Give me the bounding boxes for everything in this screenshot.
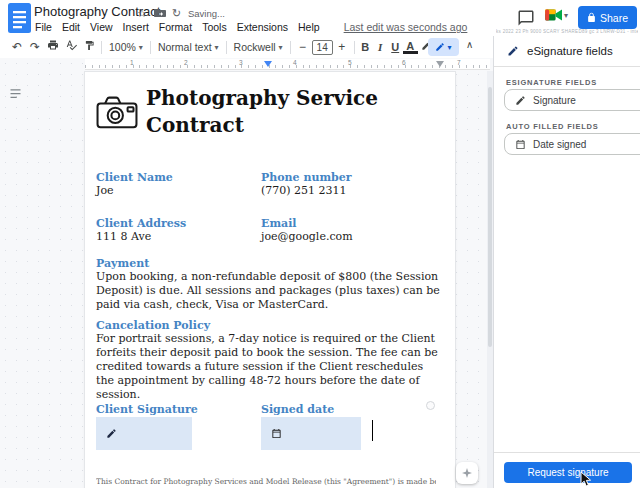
phone-value: (770) 251 2311	[261, 184, 347, 197]
document-page[interactable]: Photography Service Contract Client Name…	[85, 72, 455, 488]
client-name-label: Client Name	[96, 171, 173, 184]
top-bar: Photography Contract ☆ ↻ Saving... File …	[0, 0, 640, 36]
chevron-down-icon: ▾	[215, 43, 219, 52]
show-document-outline-icon[interactable]	[8, 86, 23, 101]
client-name-value: Joe	[96, 184, 114, 197]
open-comments-icon[interactable]	[517, 9, 535, 27]
signature-field-chip[interactable]: Signature	[504, 89, 640, 111]
pen-icon	[515, 95, 526, 106]
explore-button[interactable]	[456, 462, 478, 484]
ruler-indent-marker[interactable]	[264, 61, 272, 67]
autofill-fields-section-label: AUTO FILLED FIELDS	[506, 122, 599, 131]
email-value: joe@google.com	[261, 230, 353, 243]
undo-icon[interactable]: ↶	[8, 38, 26, 56]
date-signed-chip-label: Date signed	[533, 139, 586, 150]
ruler-mark: 6	[402, 59, 406, 66]
paragraph-style-select[interactable]: Normal text ▾	[154, 41, 223, 53]
zoom-select[interactable]: 100% ▾	[105, 41, 147, 53]
menu-help[interactable]: Help	[293, 21, 325, 33]
star-icon[interactable]: ☆	[137, 7, 147, 19]
bold-button[interactable]: B	[358, 41, 373, 53]
redo-icon[interactable]: ↷	[26, 38, 44, 56]
scrollbar-thumb[interactable]	[488, 87, 492, 347]
spellcheck-icon[interactable]	[62, 38, 80, 56]
ruler-margin-marker[interactable]	[436, 61, 444, 67]
font-family-select[interactable]: Rockwell ▾	[230, 41, 287, 53]
zoom-value: 100%	[109, 41, 136, 53]
ruler-mark: 7	[457, 59, 461, 66]
pen-icon	[106, 428, 117, 439]
italic-button[interactable]: I	[373, 41, 388, 53]
menu-file[interactable]: File	[30, 21, 57, 33]
text-color-button[interactable]: A	[403, 41, 418, 54]
request-signature-button[interactable]: Request signature	[504, 462, 632, 483]
paint-format-icon[interactable]	[80, 38, 98, 56]
document-heading: Photography Service Contract	[146, 85, 396, 139]
ruler-ticks	[85, 65, 490, 68]
hide-menus-button[interactable]: ∧	[466, 39, 473, 50]
horizontal-ruler[interactable]: 1 2 3 4 5 6 7	[85, 59, 490, 70]
pen-icon	[435, 42, 445, 52]
font-family-value: Rockwell	[234, 41, 276, 53]
sync-status-icon: ↻	[172, 7, 181, 19]
pen-icon	[507, 45, 519, 57]
comment-indicator	[426, 401, 435, 410]
esignature-panel-header: eSignature fields	[494, 36, 640, 67]
camera-illustration-icon	[95, 94, 139, 130]
last-edit-link[interactable]: Last edit was seconds ago	[339, 21, 473, 33]
date-signed-field-chip[interactable]: Date signed	[504, 133, 640, 155]
mouse-cursor	[579, 471, 593, 487]
menu-bar: File Edit View Insert Format Tools Exten…	[30, 21, 472, 33]
client-address-label: Client Address	[96, 217, 186, 230]
next-paragraph-text: This Contract for Photography Services a…	[96, 477, 436, 486]
google-docs-window: Photography Contract ☆ ↻ Saving... File …	[0, 0, 640, 488]
share-button[interactable]: Share	[578, 6, 637, 29]
signed-date-label: Signed date	[261, 403, 334, 416]
chevron-down-icon: ▾	[447, 43, 451, 52]
ruler-mark: 3	[239, 59, 243, 66]
calendar-icon	[271, 428, 282, 439]
chevron-down-icon: ▾	[564, 11, 568, 20]
menu-extensions[interactable]: Extensions	[232, 21, 293, 33]
font-size-input[interactable]: 14	[312, 40, 333, 55]
email-label: Email	[261, 217, 297, 230]
print-icon[interactable]	[44, 38, 62, 56]
text-cursor	[372, 420, 373, 441]
chevron-down-icon: ▾	[139, 43, 143, 52]
menu-tools[interactable]: Tools	[197, 21, 232, 33]
google-meet-icon	[544, 7, 564, 23]
google-docs-logo-icon[interactable]	[8, 3, 31, 33]
increase-font-size-button[interactable]: +	[333, 38, 351, 56]
lock-icon	[587, 12, 596, 23]
move-to-folder-icon[interactable]	[154, 8, 166, 18]
phone-label: Phone number	[261, 171, 352, 184]
panel-title: eSignature fields	[527, 45, 613, 57]
underline-button[interactable]: U	[388, 41, 403, 53]
cancelation-heading: Cancelation Policy	[96, 319, 210, 332]
meet-presence-button[interactable]: ▾	[544, 7, 568, 23]
paragraph-style-value: Normal text	[158, 41, 212, 53]
share-button-label: Share	[600, 12, 628, 24]
menu-edit[interactable]: Edit	[57, 21, 85, 33]
menu-format[interactable]: Format	[154, 21, 197, 33]
client-address-value: 111 8 Ave	[96, 230, 151, 243]
esignature-pen-tool-active[interactable]: ▾	[428, 38, 459, 56]
decrease-font-size-button[interactable]: −	[294, 38, 312, 56]
client-signature-label: Client Signature	[96, 403, 198, 416]
toolbar: ↶ ↷ 100% ▾ Normal text ▾ Rockwell ▾ − 14…	[0, 36, 493, 58]
calendar-icon	[515, 139, 526, 150]
explore-icon	[461, 467, 473, 479]
esignature-panel: eSignature fields ESIGNATURE FIELDS Sign…	[493, 36, 640, 488]
date-signed-field-box[interactable]	[261, 417, 361, 450]
ruler-mark: 2	[184, 59, 188, 66]
esignature-fields-section-label: ESIGNATURE FIELDS	[506, 78, 597, 87]
document-canvas: 1 2 3 4 5 6 7 Photograp	[0, 58, 493, 488]
signature-field-box[interactable]	[96, 417, 192, 450]
watermark-text: ks 2022 23 Ph 9000 SCARY SHARED89 gc 3 L…	[496, 29, 638, 34]
menu-insert[interactable]: Insert	[118, 21, 154, 33]
cancelation-body: For portrait sessions, a 7-day notice is…	[96, 332, 444, 402]
menu-view[interactable]: View	[85, 21, 118, 33]
signature-chip-label: Signature	[533, 95, 576, 106]
ruler-mark: 5	[348, 59, 352, 66]
panel-divider	[494, 452, 640, 453]
